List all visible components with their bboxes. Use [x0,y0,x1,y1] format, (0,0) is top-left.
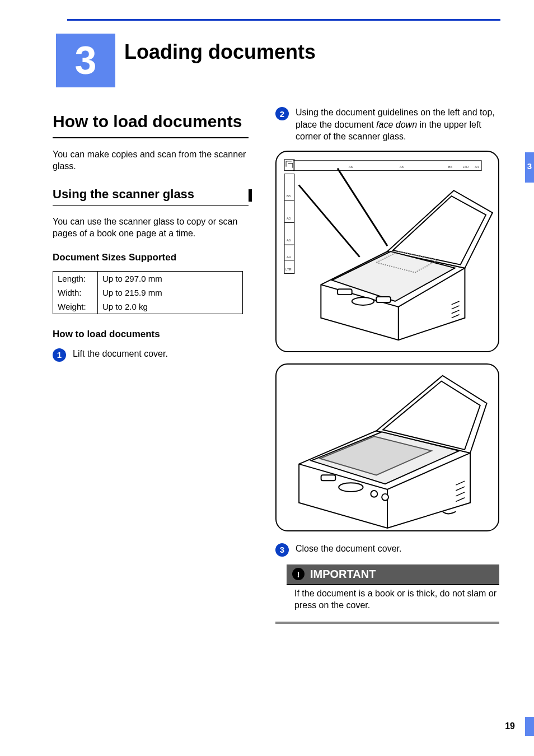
exclamation-icon: ! [292,568,305,580]
svg-text:A6: A6 [287,239,291,242]
svg-rect-25 [321,475,336,480]
svg-text:A6: A6 [349,165,353,168]
subsection-index-mark [249,189,252,202]
svg-text:LTR: LTR [462,165,469,168]
table-row: Length: Up to 297.0 mm [53,271,243,286]
chapter-title: Loading documents [124,40,316,64]
section-intro: You can make copies and scan from the sc… [53,148,249,172]
table-row: Width: Up to 215.9 mm [53,286,243,300]
svg-point-23 [371,491,377,497]
table-row: Weight: Up to 2.0 kg [53,300,243,314]
svg-rect-0 [293,161,481,171]
subsection-title: Using the scanner glass [53,187,249,202]
chapter-number: 3 [75,38,97,83]
svg-point-19 [352,297,374,305]
svg-text:A4: A4 [475,165,479,168]
svg-point-22 [339,483,363,492]
svg-text:B5: B5 [448,165,453,168]
subsection-title-text: Using the scanner glass [53,187,194,201]
step-3: 3 Close the document cover. [275,543,499,557]
top-rule [67,19,500,21]
howto-heading: How to load documents [53,329,249,340]
step-text: Close the document cover. [296,543,401,555]
step-2: 2 Using the document guidelines on the l… [275,106,499,143]
step-1: 1 Lift the document cover. [53,348,249,362]
left-column: How to load documents You can make copie… [53,112,249,370]
svg-text:A4: A4 [287,255,291,259]
section-title: How to load documents [53,112,249,132]
spec-value: Up to 215.9 mm [98,286,243,300]
important-text: If the document is a book or is thick, d… [281,585,499,617]
spec-label: Length: [53,271,98,286]
right-column: 2 Using the document guidelines on the l… [275,106,499,624]
printer-open-illustration-icon: A6 A5 B5 LTR A4 B5 A5 A6 A4 LTR [277,152,498,351]
side-index-tab-label: 3 [527,161,532,171]
svg-rect-20 [338,289,352,295]
step-text-em: face down [376,120,417,129]
spec-value: Up to 2.0 kg [98,300,243,314]
subsection-intro: You can use the scanner glass to copy or… [53,216,249,240]
spec-label: Width: [53,286,98,300]
step-number-icon: 1 [53,348,66,362]
step-text: Using the document guidelines on the lef… [296,106,499,143]
step-text: Lift the document cover. [73,348,168,360]
doc-sizes-heading: Document Sizes Supported [53,252,249,263]
doc-sizes-table: Length: Up to 297.0 mm Width: Up to 215.… [53,271,243,314]
spec-label: Weight: [53,300,98,314]
step-number-icon: 2 [275,107,289,120]
illustration-place-document [275,363,499,531]
important-bottom-rule [275,622,499,624]
illustration-scanner-guidelines: A6 A5 B5 LTR A4 B5 A5 A6 A4 LTR [275,151,499,352]
svg-line-17 [299,185,360,257]
page-number-tab [525,717,534,736]
step-number-icon: 3 [275,543,289,557]
svg-text:A5: A5 [287,216,291,220]
spec-value: Up to 297.0 mm [98,271,243,286]
page-number: 19 [505,721,515,731]
printer-document-illustration-icon [277,365,498,530]
svg-text:LTR: LTR [285,267,292,270]
subsection-rule [53,205,249,206]
svg-text:A5: A5 [400,165,404,168]
svg-text:B5: B5 [287,194,291,198]
svg-point-24 [382,494,388,501]
important-label: IMPORTANT [310,568,376,581]
important-bar: ! IMPORTANT [287,564,499,584]
chapter-number-badge: 3 [56,34,115,87]
svg-line-18 [338,168,387,245]
section-rule [53,137,249,138]
svg-rect-21 [376,297,391,302]
